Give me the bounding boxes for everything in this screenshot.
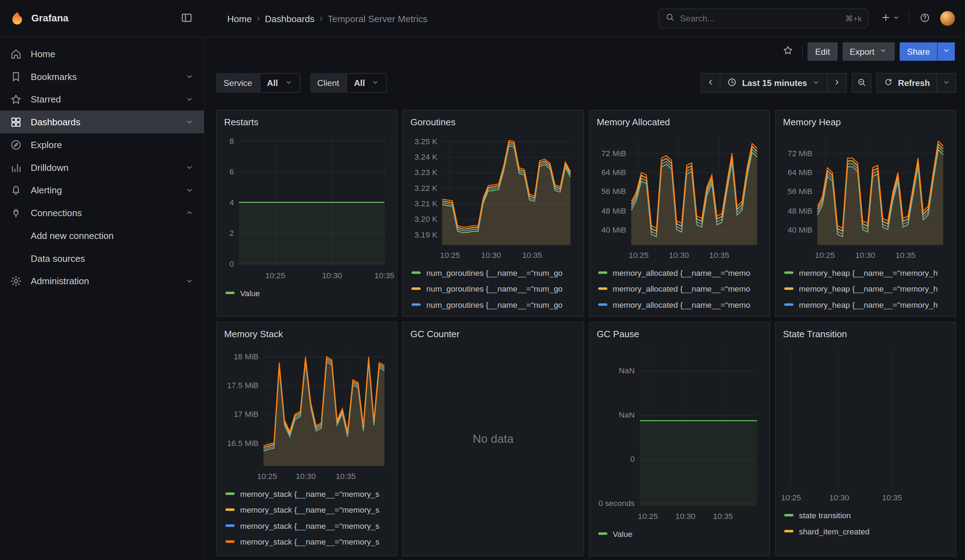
panel-title[interactable]: State Transition <box>783 328 948 340</box>
x-axis-tick: 10:35 <box>709 250 729 260</box>
legend-label: memory_stack {__name__="memory_s <box>240 489 379 498</box>
legend-item[interactable]: memory_allocated {__name__="memo <box>598 281 763 297</box>
variable-value: All <box>354 78 365 88</box>
panel-title[interactable]: GC Counter <box>411 328 576 340</box>
legend-item[interactable]: memory_allocated {__name__="memo <box>598 264 763 281</box>
sidebar-item-label: Alerting <box>31 185 62 196</box>
chevron-down-icon[interactable] <box>185 95 194 104</box>
sidebar-item-home[interactable]: Home <box>0 42 204 65</box>
help-button[interactable] <box>916 9 934 28</box>
panel-title[interactable]: Memory Allocated <box>597 117 762 128</box>
chevron-down-icon <box>812 78 821 88</box>
time-forward-button[interactable] <box>828 73 847 93</box>
legend-item[interactable]: memory_heap {__name__="memory_h <box>784 281 950 297</box>
legend-item[interactable]: Value <box>225 285 391 301</box>
sidebar-item-connections[interactable]: Connections <box>0 201 204 224</box>
legend-item[interactable]: memory_heap {__name__="memory_h <box>784 264 950 281</box>
legend-item[interactable]: num_goroutines {__name__="num_go <box>412 281 577 297</box>
search-input[interactable] <box>680 14 841 23</box>
export-button[interactable]: Export <box>842 42 895 61</box>
time-back-button[interactable] <box>701 73 720 93</box>
legend-swatch <box>225 292 234 294</box>
sidebar-item-label: Dashboards <box>31 117 81 127</box>
legend-item[interactable]: num_goroutines {__name__="num_go <box>412 264 577 281</box>
legend-item[interactable]: num_goroutines {__name__="num_go <box>412 297 577 313</box>
panel-title[interactable]: GC Pause <box>597 328 762 340</box>
sidebar-item-explore[interactable]: Explore <box>0 133 204 156</box>
legend-item[interactable]: num_goroutines {__name__="num_go <box>412 313 577 317</box>
top-header: Grafana Home›Dashboards›Temporal Server … <box>0 0 965 38</box>
x-axis: 10:2510:3010:35 <box>595 508 763 523</box>
y-axis-tick: NaN <box>595 411 635 420</box>
sidebar-item-alerting[interactable]: Alerting <box>0 179 204 201</box>
legend-swatch <box>225 508 234 511</box>
sidebar-item-starred[interactable]: Starred <box>0 88 204 111</box>
sidebar-item-drilldown[interactable]: Drilldown <box>0 156 204 179</box>
legend-item[interactable]: memory_stack {__name__="memory_s <box>225 518 391 534</box>
panel-title[interactable]: Memory Heap <box>783 117 948 128</box>
sidebar-item-label: Administration <box>31 276 89 286</box>
breadcrumb-item-dashboards[interactable]: Dashboards <box>265 13 315 24</box>
x-axis-tick: 10:35 <box>375 271 394 280</box>
share-label: Share <box>907 46 930 56</box>
chevron-down-icon <box>879 46 887 57</box>
apps-icon <box>10 116 22 128</box>
legend-label: memory_allocated {__name__="memo <box>613 316 750 317</box>
chart-canvas <box>223 132 391 267</box>
chart-plot-area: 72 MiB64 MiB56 MiB48 MiB40 MiB <box>782 132 950 247</box>
legend-item[interactable]: memory_heap {__name__="memory_h <box>784 313 950 317</box>
panel-title[interactable]: Restarts <box>224 117 389 128</box>
edit-button[interactable]: Edit <box>808 42 837 61</box>
sidebar-item-administration[interactable]: Administration <box>0 269 204 292</box>
search-icon <box>665 12 675 24</box>
panel-gc-counter: GC CounterNo data <box>402 322 584 557</box>
legend-item[interactable]: memory_allocated {__name__="memo <box>598 313 763 317</box>
legend-item[interactable]: memory_stack {__name__="memory_s <box>225 534 391 550</box>
sidebar-item-bookmarks[interactable]: Bookmarks <box>0 65 204 88</box>
legend-item[interactable]: memory_stack {__name__="memory_s <box>225 502 391 518</box>
favorite-star-button[interactable] <box>779 42 798 61</box>
chevron-down-icon <box>371 78 380 88</box>
chevron-up-icon[interactable] <box>185 208 194 217</box>
panel-title[interactable]: Goroutines <box>411 117 576 128</box>
legend-item[interactable]: memory_heap {__name__="memory_h <box>784 297 950 313</box>
sidebar-item-data-sources[interactable]: Data sources <box>0 247 204 270</box>
refresh-interval-dropdown[interactable] <box>937 73 956 93</box>
variable-value-dropdown[interactable]: All <box>260 73 300 93</box>
breadcrumb-item-home[interactable]: Home <box>227 13 252 24</box>
time-range-picker[interactable]: Last 15 minutes <box>720 73 828 93</box>
variable-value-dropdown[interactable]: All <box>347 73 387 93</box>
legend-swatch <box>598 304 607 306</box>
share-button[interactable]: Share <box>900 42 937 61</box>
time-range-group: Last 15 minutes <box>701 73 847 93</box>
chevron-down-icon[interactable] <box>185 72 194 81</box>
chevron-down-icon[interactable] <box>185 163 194 172</box>
chevron-down-icon[interactable] <box>185 276 194 286</box>
y-axis-tick: 56 MiB <box>782 188 813 196</box>
legend-item[interactable]: memory_stack {__name__="memory_s <box>225 486 391 502</box>
sidebar-item-dashboards[interactable]: Dashboards <box>0 111 204 133</box>
legend-item[interactable]: Value <box>598 526 763 542</box>
grafana-logo-icon[interactable] <box>10 11 25 26</box>
dock-menu-button[interactable] <box>178 9 196 28</box>
legend-item[interactable]: memory_allocated {__name__="memo <box>598 297 763 313</box>
share-options-button[interactable] <box>937 42 955 61</box>
export-label: Export <box>850 46 875 56</box>
refresh-button[interactable]: Refresh <box>877 73 937 93</box>
x-axis-tick: 10:30 <box>855 250 875 260</box>
chevron-down-icon[interactable] <box>185 186 194 195</box>
legend: memory_heap {__name__="memory_hmemory_he… <box>782 264 950 317</box>
search-box[interactable]: ⌘+k <box>659 9 869 28</box>
panel-title[interactable]: Memory Stack <box>224 328 389 340</box>
bookmark-icon <box>10 70 22 82</box>
y-axis-tick: 3.21 K <box>409 200 438 208</box>
new-button[interactable] <box>878 10 903 27</box>
x-axis-tick: 10:35 <box>522 250 542 260</box>
legend-item[interactable]: shard_item_created <box>784 523 950 539</box>
chevron-down-icon[interactable] <box>185 117 194 126</box>
legend-item[interactable]: state transition <box>784 508 950 524</box>
legend-label: memory_allocated {__name__="memo <box>613 268 750 277</box>
user-avatar[interactable] <box>940 11 955 26</box>
sidebar-item-add-new-connection[interactable]: Add new connection <box>0 224 204 247</box>
zoom-out-button[interactable] <box>852 73 872 93</box>
